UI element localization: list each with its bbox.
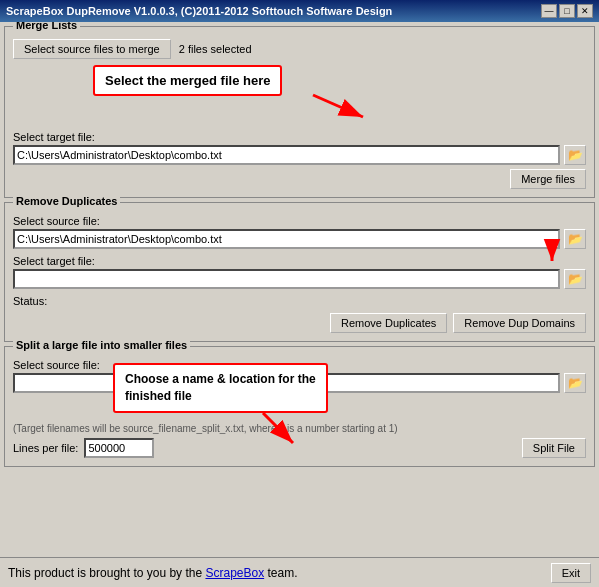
remove-duplicates-group: Remove Duplicates Select source file: 📂 …	[4, 202, 595, 342]
merge-target-input[interactable]	[13, 145, 560, 165]
exit-button[interactable]: Exit	[551, 563, 591, 583]
maximize-button[interactable]: □	[559, 4, 575, 18]
merge-callout-box: Select the merged file here	[93, 65, 282, 96]
split-note: (Target filenames will be source_filenam…	[13, 423, 586, 434]
lines-per-file-input[interactable]	[84, 438, 154, 458]
lines-left: Lines per file:	[13, 438, 154, 458]
files-selected-label: 2 files selected	[179, 43, 252, 55]
remove-target-input[interactable]	[13, 269, 560, 289]
footer-text: This product is brought to you by the Sc…	[8, 566, 298, 580]
merge-target-row: 📂	[13, 145, 586, 165]
remove-source-label: Select source file:	[13, 215, 586, 227]
close-button[interactable]: ✕	[577, 4, 593, 18]
folder-icon: 📂	[568, 148, 583, 162]
scrapebox-link[interactable]: ScrapeBox	[205, 566, 264, 580]
title-bar: ScrapeBox DupRemove V1.0.0.3, (C)2011-20…	[0, 0, 599, 22]
select-source-files-button[interactable]: Select source files to merge	[13, 39, 171, 59]
split-source-label: Select source file:	[13, 359, 586, 371]
split-source-row: 📂	[13, 373, 586, 393]
title-text: ScrapeBox DupRemove V1.0.0.3, (C)2011-20…	[6, 5, 392, 17]
remove-source-input[interactable]	[13, 229, 560, 249]
remove-duplicates-button[interactable]: Remove Duplicates	[330, 313, 447, 333]
remove-target-label: Select target file:	[13, 255, 586, 267]
footer-text-after: team.	[264, 566, 297, 580]
lines-per-file-row: Lines per file: Split File	[13, 438, 586, 458]
remove-dup-domains-button[interactable]: Remove Dup Domains	[453, 313, 586, 333]
remove-source-row: 📂	[13, 229, 586, 249]
split-file-button[interactable]: Split File	[522, 438, 586, 458]
remove-duplicates-title: Remove Duplicates	[13, 195, 120, 207]
merge-target-browse-button[interactable]: 📂	[564, 145, 586, 165]
remove-target-browse-button[interactable]: 📂	[564, 269, 586, 289]
split-file-group: Split a large file into smaller files Se…	[4, 346, 595, 467]
footer: This product is brought to you by the Sc…	[0, 557, 599, 587]
folder-icon-4: 📂	[568, 376, 583, 390]
split-source-input[interactable]	[13, 373, 560, 393]
merge-lists-group: Merge Lists Select source files to merge…	[4, 26, 595, 198]
remove-target-row: 📂	[13, 269, 586, 289]
merge-files-button[interactable]: Merge files	[510, 169, 586, 189]
lines-per-file-label: Lines per file:	[13, 442, 78, 454]
folder-icon-3: 📂	[568, 272, 583, 286]
title-buttons: — □ ✕	[541, 4, 593, 18]
remove-buttons-row: Remove Duplicates Remove Dup Domains	[13, 313, 586, 333]
main-content: Merge Lists Select source files to merge…	[0, 22, 599, 557]
minimize-button[interactable]: —	[541, 4, 557, 18]
folder-icon-2: 📂	[568, 232, 583, 246]
svg-line-1	[313, 95, 363, 117]
status-label: Status:	[13, 295, 586, 307]
split-source-browse-button[interactable]: 📂	[564, 373, 586, 393]
footer-text-before: This product is brought to you by the	[8, 566, 205, 580]
split-file-title: Split a large file into smaller files	[13, 339, 190, 351]
merge-target-label: Select target file:	[13, 131, 586, 143]
merge-lists-title: Merge Lists	[13, 22, 80, 31]
remove-source-browse-button[interactable]: 📂	[564, 229, 586, 249]
